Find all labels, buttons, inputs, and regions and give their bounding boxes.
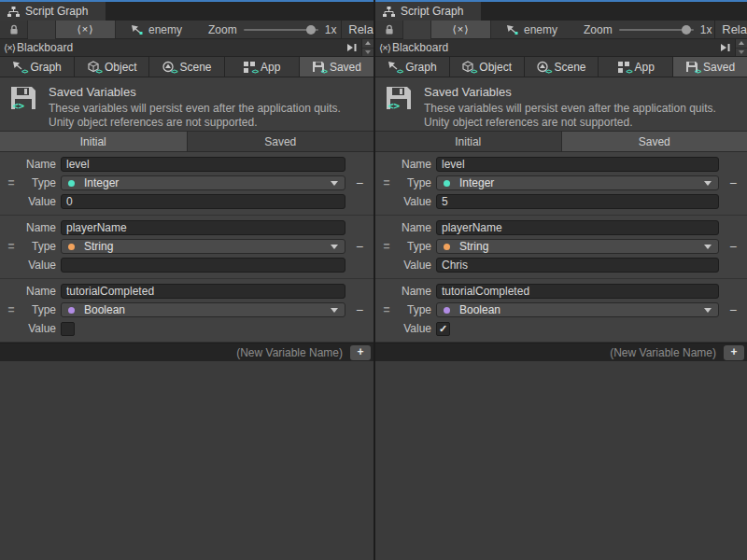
type-dropdown[interactable]: Boolean: [436, 302, 719, 317]
type-value: Integer: [459, 176, 494, 189]
name-label: Name: [398, 221, 431, 234]
tab-object[interactable]: <> Object: [450, 57, 525, 77]
variable-row: Name =Type String − Value: [375, 216, 747, 279]
info-line-1: These variables will persist even after …: [49, 102, 341, 116]
variable-name-input[interactable]: [61, 220, 345, 235]
tab-graph[interactable]: <> Graph: [375, 57, 450, 77]
saved-tab-icon: <>: [312, 61, 325, 73]
graph-toolbar: i ⟨×⟩ enemy Zoom 1x Rela: [0, 21, 374, 39]
dock-icon: [346, 43, 358, 52]
type-label: Type: [22, 303, 56, 316]
name-label: Name: [398, 285, 431, 298]
variable-name-input[interactable]: [61, 284, 345, 299]
variable-value-input[interactable]: [61, 194, 345, 209]
scroll-up-button[interactable]: [736, 39, 747, 48]
tab-graph[interactable]: <> Graph: [0, 57, 75, 77]
remove-variable-button[interactable]: −: [719, 302, 747, 317]
remove-variable-button[interactable]: −: [719, 239, 747, 254]
type-label: Type: [398, 240, 431, 253]
add-variable-button[interactable]: +: [724, 345, 744, 360]
remove-variable-button[interactable]: −: [719, 175, 747, 190]
variable-row: Name =Type Integer − Value: [0, 152, 374, 216]
subtab-saved[interactable]: Saved: [562, 132, 747, 151]
tab-scene[interactable]: <> Scene: [525, 57, 599, 77]
tab-app[interactable]: <> App: [225, 57, 300, 77]
tab-saved[interactable]: <> Saved: [673, 57, 747, 77]
value-label: Value: [22, 259, 56, 272]
type-dropdown[interactable]: Integer: [436, 175, 719, 190]
subtab-saved[interactable]: Saved: [188, 132, 374, 151]
drag-handle[interactable]: =: [375, 303, 398, 316]
boolean-checkbox[interactable]: [61, 322, 75, 336]
code-view-button[interactable]: ⟨×⟩: [56, 21, 116, 38]
dock-button[interactable]: [716, 39, 735, 56]
chevron-down-icon: [704, 181, 712, 186]
new-variable-input[interactable]: [375, 346, 723, 359]
boolean-checkbox[interactable]: ✓: [436, 322, 450, 336]
variable-scope-tabs: <> Graph <> Object <> Scene <> App: [375, 57, 747, 77]
relations-label[interactable]: Rela: [342, 21, 374, 38]
subtab-initial[interactable]: Initial: [0, 132, 187, 151]
tab-scene[interactable]: <> Scene: [149, 57, 224, 77]
value-mode-tabs: Initial Saved: [375, 132, 747, 152]
type-dropdown[interactable]: String: [436, 239, 719, 254]
scroll-down-button[interactable]: [736, 48, 747, 57]
variable-value-input[interactable]: [61, 258, 345, 273]
scroll-up-button[interactable]: [362, 39, 374, 48]
script-graph-tab[interactable]: Script Graph: [0, 2, 106, 21]
up-arrow-icon: [365, 41, 371, 45]
zoom-label: Zoom: [208, 23, 237, 36]
variable-name-input[interactable]: [61, 157, 345, 172]
tab-saved[interactable]: <> Saved: [300, 57, 374, 77]
remove-variable-button[interactable]: −: [345, 175, 374, 190]
drag-handle[interactable]: =: [375, 176, 398, 189]
new-variable-input[interactable]: [0, 346, 349, 359]
type-color-dot: [68, 307, 75, 314]
blackboard-panel-left: Script Graph i ⟨×⟩: [0, 0, 374, 560]
tab-app[interactable]: <> App: [599, 57, 673, 77]
lock-button[interactable]: [0, 21, 28, 38]
type-value: Integer: [84, 176, 119, 189]
graph-canvas[interactable]: [375, 361, 747, 560]
variable-row: Name =Type String − Value: [0, 216, 374, 279]
new-variable-row: +: [0, 343, 374, 361]
type-value: Boolean: [84, 303, 125, 316]
drag-handle[interactable]: =: [0, 240, 22, 253]
graph-canvas[interactable]: [0, 361, 374, 560]
dock-button[interactable]: [343, 39, 361, 56]
zoom-slider[interactable]: [619, 29, 694, 31]
type-dropdown[interactable]: String: [61, 239, 345, 254]
relations-label[interactable]: Rela: [715, 21, 747, 38]
drag-handle[interactable]: =: [375, 240, 398, 253]
add-variable-button[interactable]: +: [350, 345, 371, 360]
lock-button[interactable]: [375, 21, 403, 38]
zoom-control: Zoom 1x: [208, 21, 336, 38]
code-view-button[interactable]: ⟨×⟩: [431, 21, 491, 38]
remove-variable-button[interactable]: −: [345, 302, 374, 317]
saved-variables-info: <> Saved Variables These variables will …: [375, 77, 747, 132]
remove-variable-button[interactable]: −: [345, 239, 374, 254]
zoom-slider-knob[interactable]: [306, 25, 316, 35]
graph-breadcrumb[interactable]: enemy: [506, 21, 557, 38]
up-arrow-icon: [739, 41, 744, 45]
variable-value-input[interactable]: [436, 258, 719, 273]
type-dropdown[interactable]: Integer: [61, 175, 345, 190]
variable-value-input[interactable]: [436, 194, 719, 209]
variable-name-input[interactable]: [436, 284, 719, 299]
script-graph-tab[interactable]: Script Graph: [375, 2, 481, 21]
type-dropdown[interactable]: Boolean: [61, 302, 345, 317]
scroll-down-button[interactable]: [362, 48, 374, 57]
tab-object[interactable]: <> Object: [75, 57, 149, 77]
app-tab-icon: <>: [617, 61, 630, 73]
app-tab-icon: <>: [243, 61, 256, 73]
dock-icon: [720, 43, 731, 52]
subtab-initial[interactable]: Initial: [375, 132, 561, 151]
graph-breadcrumb[interactable]: enemy: [131, 21, 182, 38]
zoom-slider[interactable]: [244, 29, 318, 31]
drag-handle[interactable]: =: [0, 176, 22, 189]
chevron-down-icon: [331, 245, 338, 249]
drag-handle[interactable]: =: [0, 303, 22, 316]
zoom-slider-knob[interactable]: [682, 25, 691, 35]
variable-name-input[interactable]: [436, 157, 719, 172]
variable-name-input[interactable]: [436, 220, 719, 235]
